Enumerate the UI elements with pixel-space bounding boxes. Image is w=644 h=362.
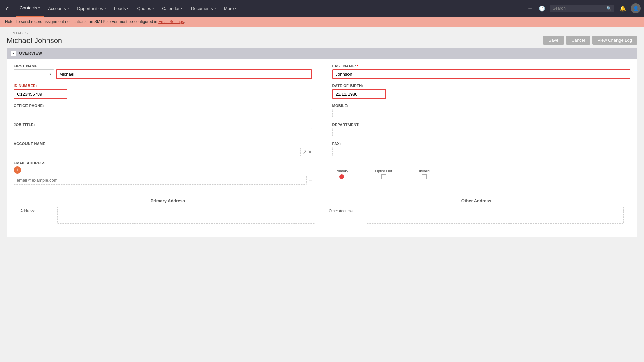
primary-address-col: Primary Address Address: xyxy=(14,193,322,232)
primary-address-label: Address: xyxy=(20,207,57,213)
nav-contacts[interactable]: Contacts ▾ xyxy=(16,0,44,17)
account-name-row: ↗ ✕ xyxy=(14,147,312,156)
email-invalid-status: Invalid xyxy=(419,169,430,179)
fax-label: FAX: xyxy=(332,142,631,146)
page-header: Contacts Michael Johnson Save Cancel Vie… xyxy=(0,27,644,48)
last-name-label: LAST NAME: xyxy=(332,64,631,68)
email-field: EMAIL ADDRESS: + − xyxy=(14,161,312,185)
email-invalid-label: Invalid xyxy=(419,169,430,173)
search-icon[interactable]: 🔍 xyxy=(606,6,612,11)
email-opted-out-status: Opted Out xyxy=(375,169,392,179)
dob-label: DATE OF BIRTH: xyxy=(332,84,631,88)
nav-opportunities-arrow: ▾ xyxy=(104,7,106,10)
section-body: FIRST NAME: Mr. Ms. Mrs. Dr. xyxy=(7,59,637,237)
other-address-title: Other Address xyxy=(329,198,624,203)
id-number-label: ID NUMBER: xyxy=(14,84,312,88)
cancel-button[interactable]: Cancel xyxy=(566,36,590,45)
nav-items: Contacts ▾ Accounts ▾ Opportunities ▾ Le… xyxy=(16,0,526,17)
dob-field: DATE OF BIRTH: 22/11/1980 xyxy=(332,84,631,99)
nav-calendar-arrow: ▾ xyxy=(181,7,183,10)
mobile-label: MOBILE: xyxy=(332,104,631,108)
email-invalid-checkbox[interactable] xyxy=(422,174,427,179)
office-phone-label: OFFICE PHONE: xyxy=(14,104,312,108)
main-content: − OVERVIEW FIRST NAME: xyxy=(0,48,644,237)
name-row: Mr. Ms. Mrs. Dr. Michael xyxy=(14,69,312,79)
search-box: 🔍 xyxy=(550,5,614,12)
salutation-dropdown[interactable]: Mr. Ms. Mrs. Dr. xyxy=(14,69,54,78)
account-clear-icon[interactable]: ✕ xyxy=(308,149,312,155)
email-opted-out-checkbox[interactable] xyxy=(381,174,386,179)
account-name-label: ACCOUNT NAME: xyxy=(14,142,312,146)
page-title: Michael Johnson xyxy=(7,36,62,45)
department-input[interactable] xyxy=(332,128,631,137)
other-address-label: Other Address: xyxy=(329,207,366,213)
account-icons: ↗ ✕ xyxy=(303,149,312,155)
top-navigation: ⌂ Contacts ▾ Accounts ▾ Opportunities ▾ … xyxy=(0,0,644,17)
email-settings-link[interactable]: Email Settings xyxy=(158,19,184,24)
dob-input[interactable]: 22/11/1980 xyxy=(332,89,386,99)
home-icon[interactable]: ⌂ xyxy=(3,2,12,15)
department-label: DEPARTMENT: xyxy=(332,123,631,127)
section-header: − OVERVIEW xyxy=(7,48,637,59)
create-button[interactable]: + xyxy=(526,3,534,14)
right-column: LAST NAME: Johnson DATE OF BIRTH: 22/11/… xyxy=(322,64,631,189)
other-address-input[interactable] xyxy=(366,207,624,224)
account-name-input[interactable] xyxy=(14,147,301,156)
section-label: OVERVIEW xyxy=(19,51,42,56)
fax-input[interactable] xyxy=(332,147,631,156)
office-phone-input[interactable] xyxy=(14,109,312,118)
breadcrumb: Contacts xyxy=(7,31,62,35)
nav-opportunities[interactable]: Opportunities ▾ xyxy=(73,0,110,17)
job-title-label: JOB TITLE: xyxy=(14,123,312,127)
bell-icon[interactable]: 🔔 xyxy=(617,4,628,13)
email-status-row: Primary Opted Out Invalid xyxy=(336,169,631,179)
nav-accounts[interactable]: Accounts ▾ xyxy=(44,0,73,17)
fax-field: FAX: xyxy=(332,142,631,156)
nav-leads[interactable]: Leads ▾ xyxy=(110,0,133,17)
avatar[interactable]: 👤 xyxy=(631,3,641,13)
job-title-input[interactable] xyxy=(14,128,312,137)
view-change-log-button[interactable]: View Change Log xyxy=(592,36,637,45)
save-button[interactable]: Save xyxy=(543,36,564,45)
last-name-input[interactable]: Johnson xyxy=(332,69,631,79)
nav-calendar[interactable]: Calendar ▾ xyxy=(158,0,187,17)
nav-documents[interactable]: Documents ▾ xyxy=(187,0,220,17)
office-phone-field: OFFICE PHONE: xyxy=(14,104,312,118)
id-number-input[interactable]: C123456789 xyxy=(14,89,67,99)
account-name-field: ACCOUNT NAME: ↗ ✕ xyxy=(14,142,312,156)
nav-leads-arrow: ▾ xyxy=(127,7,129,10)
account-select-icon[interactable]: ↗ xyxy=(303,149,307,155)
email-primary-radio[interactable] xyxy=(339,174,344,179)
primary-address-input[interactable] xyxy=(57,207,315,224)
top-actions: Save Cancel View Change Log xyxy=(543,31,637,45)
mobile-input[interactable] xyxy=(332,109,631,118)
other-address-col: Other Address Other Address: xyxy=(322,193,631,232)
address-section: Primary Address Address: Other Address O… xyxy=(14,193,630,232)
email-remove-button[interactable]: − xyxy=(309,177,312,183)
nav-quotes[interactable]: Quotes ▾ xyxy=(133,0,158,17)
other-address-row: Other Address: xyxy=(329,207,624,224)
section-toggle[interactable]: − xyxy=(11,51,16,56)
nav-documents-arrow: ▾ xyxy=(214,7,216,10)
job-title-field: JOB TITLE: xyxy=(14,123,312,137)
nav-quotes-arrow: ▾ xyxy=(152,7,154,10)
nav-more[interactable]: More ▾ xyxy=(220,0,241,17)
clock-icon[interactable]: 🕐 xyxy=(537,4,547,13)
email-add-button[interactable]: + xyxy=(14,166,21,174)
nav-right: + 🕐 🔍 🔔 👤 xyxy=(526,3,641,14)
email-status-area: Primary Opted Out Invalid xyxy=(332,169,631,179)
email-label: EMAIL ADDRESS: xyxy=(14,161,312,165)
search-input[interactable] xyxy=(553,6,606,11)
first-name-field: FIRST NAME: Mr. Ms. Mrs. Dr. xyxy=(14,64,312,79)
email-primary-status: Primary xyxy=(336,169,348,179)
first-name-input[interactable]: Michael xyxy=(56,69,312,79)
nav-more-arrow: ▾ xyxy=(235,7,237,10)
overview-section: − OVERVIEW FIRST NAME: xyxy=(7,48,637,237)
first-name-label: FIRST NAME: xyxy=(14,64,312,68)
email-opted-out-label: Opted Out xyxy=(375,169,392,173)
last-name-field: LAST NAME: Johnson xyxy=(332,64,631,79)
email-input[interactable] xyxy=(14,176,307,185)
left-column: FIRST NAME: Mr. Ms. Mrs. Dr. xyxy=(14,64,322,189)
salutation-select[interactable]: Mr. Ms. Mrs. Dr. xyxy=(14,69,54,79)
form-columns: FIRST NAME: Mr. Ms. Mrs. Dr. xyxy=(14,64,630,189)
